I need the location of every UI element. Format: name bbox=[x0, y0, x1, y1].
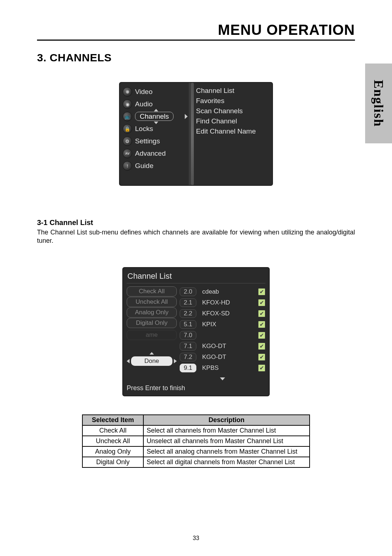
check-icon[interactable]: ✔ bbox=[258, 288, 265, 295]
submenu-item[interactable]: Find Channel bbox=[196, 116, 270, 126]
chevron-up-icon bbox=[154, 109, 158, 111]
check-icon[interactable]: ✔ bbox=[258, 299, 265, 306]
done-button[interactable]: Done bbox=[131, 356, 172, 366]
check-icon[interactable]: ✔ bbox=[258, 343, 265, 350]
channel-row[interactable]: 2.1KFOX-HD✔ bbox=[180, 297, 265, 308]
channel-row[interactable]: 9.1KPBS✔ bbox=[180, 363, 265, 373]
chevron-up-icon bbox=[150, 352, 154, 355]
menu-item-video[interactable]: ❋ Video bbox=[122, 86, 187, 98]
channel-list-left: Check All Uncheck All Analog Only Digita… bbox=[127, 286, 177, 382]
channel-row[interactable]: 5.1KPIX✔ bbox=[180, 319, 265, 330]
menu-item-advanced[interactable]: AV Advanced bbox=[122, 147, 187, 160]
channel-list-title: Channel List bbox=[127, 271, 265, 281]
table-cell-item: Check All bbox=[82, 425, 143, 436]
table-header-row: Selected Item Description bbox=[82, 415, 310, 425]
advanced-icon: AV bbox=[123, 149, 132, 158]
menu-item-label: Settings bbox=[135, 137, 160, 145]
menu-item-audio[interactable]: ◉ Audio bbox=[122, 98, 187, 110]
check-all-button[interactable]: Check All bbox=[127, 286, 177, 297]
menu-item-label: Channels bbox=[135, 112, 173, 121]
channel-list-screenshot: Channel List Check All Uncheck All Analo… bbox=[122, 267, 270, 396]
channel-row[interactable]: 7.0✔ bbox=[180, 330, 265, 341]
table-cell-desc: Select all digital channels from Master … bbox=[143, 457, 310, 467]
channel-name: KGO-DT bbox=[199, 343, 256, 350]
language-label: English bbox=[371, 80, 386, 127]
page-header: MENU OPERATION bbox=[37, 22, 355, 38]
table-cell-desc: Select all channels from Master Channel … bbox=[143, 425, 310, 436]
channel-name: KGO-DT bbox=[199, 353, 256, 361]
hint-text: Press Enter to finish bbox=[127, 384, 265, 392]
check-icon[interactable]: ✔ bbox=[258, 353, 265, 361]
channel-number: 2.2 bbox=[180, 309, 196, 318]
table-row: Check AllSelect all channels from Master… bbox=[82, 425, 310, 436]
channel-name: cdeab bbox=[199, 288, 256, 295]
menu-item-guide[interactable]: ! Guide bbox=[122, 160, 187, 172]
chevron-down-icon bbox=[154, 122, 158, 124]
submenu-item[interactable]: Channel List bbox=[196, 86, 270, 96]
table-row: Digital OnlySelect all digital channels … bbox=[82, 457, 310, 467]
submenu-item[interactable]: Scan Channels bbox=[196, 106, 270, 116]
subsection-title: 3-1 Channel List bbox=[37, 218, 355, 227]
channel-number: 7.2 bbox=[180, 353, 196, 361]
menu-item-settings[interactable]: ⚙ Settings bbox=[122, 135, 187, 147]
channel-row[interactable]: 2.0cdeab✔ bbox=[180, 286, 265, 297]
digital-only-button[interactable]: Digital Only bbox=[127, 318, 177, 328]
info-icon: ! bbox=[123, 161, 132, 171]
chevron-down-icon[interactable] bbox=[180, 374, 265, 382]
table-cell-item: Uncheck All bbox=[82, 436, 143, 446]
chevron-right-icon[interactable] bbox=[174, 359, 177, 363]
table-header: Description bbox=[143, 415, 310, 425]
channel-list-body: Check All Uncheck All Analog Only Digita… bbox=[127, 286, 265, 382]
menu-right-pane: Channel List Favorites Scan Channels Fin… bbox=[191, 83, 272, 185]
page-number: 33 bbox=[0, 535, 392, 541]
channel-number: 9.1 bbox=[180, 364, 196, 372]
paragraph: The Channel List sub-menu defines which … bbox=[37, 228, 355, 245]
submenu-item[interactable]: Favorites bbox=[196, 96, 270, 106]
table-cell-item: Analog Only bbox=[82, 446, 143, 457]
menu-item-channels[interactable]: 📺 Channels bbox=[122, 110, 187, 123]
channel-row[interactable]: 2.2KFOX-SD✔ bbox=[180, 308, 265, 319]
table-cell-item: Digital Only bbox=[82, 457, 143, 467]
gear-icon: ⚙ bbox=[123, 136, 132, 146]
menu-item-locks[interactable]: 🔒 Locks bbox=[122, 123, 187, 135]
page-content: MENU OPERATION 3. CHANNELS ❋ Video ◉ Aud… bbox=[37, 22, 355, 468]
analog-only-button[interactable]: Analog Only bbox=[127, 307, 177, 318]
channel-list-right: 2.0cdeab✔ 2.1KFOX-HD✔ 2.2KFOX-SD✔ 5.1KPI… bbox=[180, 286, 265, 382]
channel-row[interactable]: 7.2KGO-DT✔ bbox=[180, 352, 265, 363]
check-icon[interactable]: ✔ bbox=[258, 310, 265, 317]
lock-icon: 🔒 bbox=[123, 124, 132, 134]
tv-icon: 📺 bbox=[123, 112, 132, 121]
table-row: Uncheck AllUnselect all channels from Ma… bbox=[82, 436, 310, 446]
menu-item-label: Advanced bbox=[135, 150, 166, 158]
channel-name: KPBS bbox=[199, 364, 256, 372]
menu-left-pane: ❋ Video ◉ Audio 📺 Channels 🔒 Locks ⚙ bbox=[120, 83, 191, 185]
channel-number: 7.0 bbox=[180, 331, 196, 340]
chevron-left-icon[interactable] bbox=[127, 359, 130, 363]
done-row: Done bbox=[127, 356, 177, 366]
menu-screenshot: ❋ Video ◉ Audio 📺 Channels 🔒 Locks ⚙ bbox=[119, 82, 273, 186]
menu-selected-wrap: Channels bbox=[135, 113, 177, 120]
ghost-pill: ame bbox=[127, 330, 177, 340]
menu-item-label: Locks bbox=[135, 125, 153, 133]
submenu-item[interactable]: Edit Channel Name bbox=[196, 126, 270, 136]
table-cell-desc: Select all analog channels from Master C… bbox=[143, 446, 310, 457]
table-row: Analog OnlySelect all analog channels fr… bbox=[82, 446, 310, 457]
channel-row[interactable]: 7.1KGO-DT✔ bbox=[180, 341, 265, 352]
channel-number: 7.1 bbox=[180, 342, 196, 351]
check-icon[interactable]: ✔ bbox=[258, 332, 265, 339]
uncheck-all-button[interactable]: Uncheck All bbox=[127, 297, 177, 307]
language-tab: English bbox=[365, 64, 392, 143]
menu-item-label: Guide bbox=[135, 162, 154, 170]
menu-item-label: Audio bbox=[135, 100, 153, 108]
channel-name: KFOX-SD bbox=[199, 310, 256, 317]
channel-number: 2.1 bbox=[180, 298, 196, 307]
divider bbox=[127, 283, 265, 283]
channel-number: 5.1 bbox=[180, 320, 196, 329]
menu-item-label: Video bbox=[135, 88, 152, 96]
channel-number: 2.0 bbox=[180, 287, 196, 296]
check-icon[interactable]: ✔ bbox=[258, 321, 265, 328]
audio-icon: ◉ bbox=[123, 99, 132, 109]
check-icon[interactable]: ✔ bbox=[258, 364, 265, 372]
section-title: 3. CHANNELS bbox=[37, 52, 355, 64]
video-icon: ❋ bbox=[123, 87, 132, 97]
